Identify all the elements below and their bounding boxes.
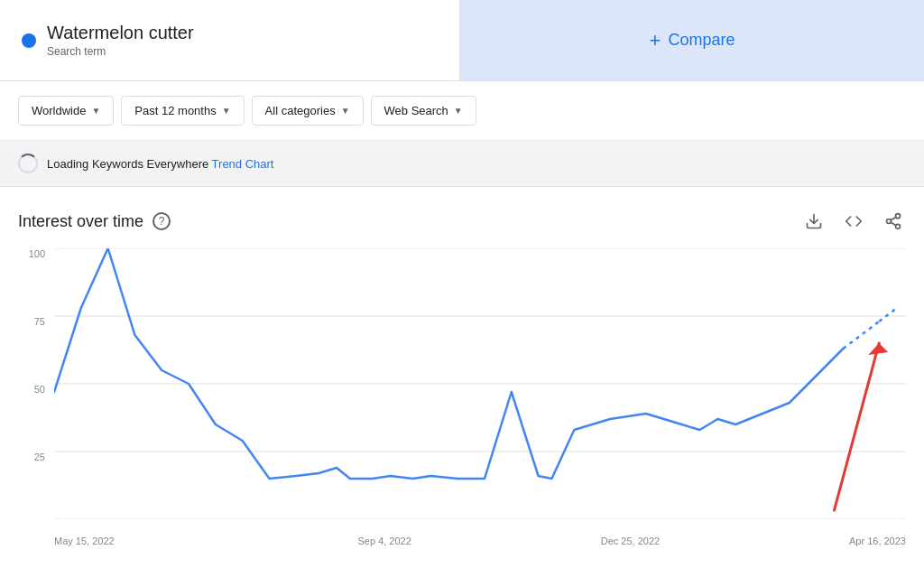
action-icons [801, 209, 906, 234]
loading-text-highlight: Trend Chart [212, 157, 274, 171]
x-axis: May 15, 2022 Sep 4, 2022 Dec 25, 2022 Ap… [54, 536, 906, 546]
svg-line-12 [879, 308, 897, 321]
interest-section: Interest over time ? [0, 187, 924, 546]
filter-search-type[interactable]: Web Search ▼ [371, 96, 476, 126]
compare-label: Compare [668, 31, 735, 50]
share-icon[interactable] [881, 209, 906, 234]
compare-button[interactable]: + Compare [460, 0, 924, 80]
search-term-dot [22, 33, 36, 48]
y-label-50: 50 [34, 384, 45, 395]
search-term-type: Search term [47, 45, 194, 58]
chevron-down-icon: ▼ [222, 106, 231, 116]
loading-spinner [18, 154, 38, 173]
loading-text: Loading Keywords Everywhere Trend Chart [47, 157, 273, 171]
filter-category[interactable]: All categories ▼ [252, 96, 364, 126]
filter-bar: Worldwide ▼ Past 12 months ▼ All categor… [0, 81, 924, 141]
interest-title: Interest over time [18, 212, 143, 231]
filter-search-type-label: Web Search [384, 104, 448, 117]
y-label-25: 25 [34, 452, 45, 462]
filter-category-label: All categories [265, 104, 336, 117]
interest-title-group: Interest over time ? [18, 212, 171, 231]
chart-line [54, 248, 843, 479]
search-term-box: Watermelon cutter Search term [0, 0, 460, 80]
x-label-apr: Apr 16, 2023 [849, 536, 906, 546]
chevron-down-icon: ▼ [454, 106, 463, 116]
chart-svg [54, 248, 906, 519]
svg-line-5 [891, 217, 896, 219]
y-label-75: 75 [34, 316, 45, 327]
x-label-sep: Sep 4, 2022 [358, 536, 411, 546]
x-label-dec: Dec 25, 2022 [601, 536, 660, 546]
y-axis: 100 75 50 25 [18, 248, 52, 519]
search-term-name: Watermelon cutter [47, 23, 194, 43]
x-label-may: May 15, 2022 [54, 536, 115, 546]
help-icon[interactable]: ? [152, 212, 171, 230]
loading-text-before: Loading Keywords Everywhere [47, 157, 212, 171]
loading-section: Loading Keywords Everywhere Trend Chart [0, 141, 924, 187]
svg-line-13 [835, 343, 880, 510]
svg-marker-14 [868, 343, 888, 355]
filter-location-label: Worldwide [32, 104, 86, 117]
interest-header: Interest over time ? [18, 209, 906, 234]
search-term-info: Watermelon cutter Search term [47, 23, 194, 58]
chart-area: 100 75 50 25 May 15, 2022 Se [18, 248, 906, 546]
download-icon[interactable] [801, 209, 827, 234]
filter-time[interactable]: Past 12 months ▼ [121, 96, 244, 126]
filter-time-label: Past 12 months [134, 104, 216, 117]
y-label-100: 100 [29, 248, 45, 259]
svg-line-11 [843, 321, 879, 349]
code-icon[interactable] [841, 209, 866, 234]
filter-location[interactable]: Worldwide ▼ [18, 96, 114, 126]
compare-plus-icon: + [650, 29, 661, 52]
svg-line-4 [891, 222, 896, 225]
chevron-down-icon: ▼ [91, 106, 100, 116]
chevron-down-icon: ▼ [341, 106, 350, 116]
